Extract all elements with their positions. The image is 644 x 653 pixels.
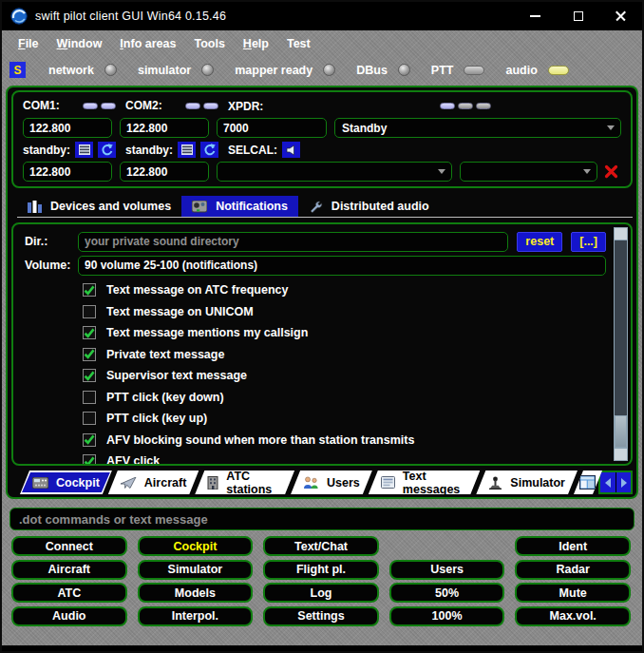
menu-item-help[interactable]: Help (243, 37, 269, 50)
hotkey-button-atc[interactable]: ATC (11, 583, 127, 603)
checkbox-unchecked[interactable] (83, 391, 96, 404)
volume-input[interactable] (78, 256, 606, 276)
tab-scroll-right-button[interactable] (616, 472, 631, 492)
command-input[interactable] (9, 508, 635, 530)
info-tab-users[interactable]: Users (291, 471, 372, 494)
info-tab-text-messages[interactable]: Text messages (369, 471, 481, 494)
hotkey-button-audio[interactable]: Audio (11, 606, 127, 626)
scrollbar-track[interactable] (615, 240, 627, 448)
checkbox-unchecked[interactable] (83, 412, 96, 425)
hotkey-button-text-chat[interactable]: Text/Chat (263, 536, 379, 556)
com2-standby-frequency-input[interactable] (120, 162, 209, 182)
checkbox-checked[interactable] (83, 326, 96, 339)
com1-standby-frequency-input[interactable] (23, 162, 112, 182)
hotkey-button-connect[interactable]: Connect (11, 536, 127, 556)
hotkey-button-max-vol[interactable]: Max.vol. (515, 606, 631, 626)
hotkey-button-mute[interactable]: Mute (515, 583, 631, 603)
equalizer-icon (28, 201, 42, 213)
status-indicator-audio: audio (505, 64, 568, 77)
xpdr-code-input[interactable] (217, 118, 327, 138)
check-icon (84, 371, 95, 381)
checkbox-unchecked[interactable] (83, 305, 96, 318)
xpdr-mode-dropdown[interactable]: Standby (334, 118, 621, 138)
wrench-icon (309, 201, 323, 213)
sound-directory-input[interactable] (78, 232, 508, 252)
selcal-play-button[interactable] (282, 142, 300, 158)
tab-scroll-left-button[interactable] (600, 472, 616, 492)
tab-label: ATC stations (226, 470, 282, 496)
com1-active-frequency-input[interactable] (23, 118, 112, 138)
refresh-icon (203, 144, 216, 156)
menu-item-test[interactable]: Test (287, 37, 311, 50)
com-standby-row (23, 162, 621, 182)
hotkey-button-flight-pl[interactable]: Flight pl. (263, 560, 379, 580)
checkbox-label: Supervisor text message (106, 369, 247, 382)
hotkey-button-cockpit[interactable]: Cockpit (138, 536, 254, 556)
browse-button[interactable]: [...] (571, 232, 606, 252)
com2-frequency-list-button[interactable] (178, 142, 196, 158)
menu-item-tools[interactable]: Tools (194, 37, 224, 50)
menu-item-window[interactable]: Window (57, 37, 103, 50)
hotkey-button-radar[interactable]: Radar (515, 560, 631, 580)
document-icon (381, 476, 395, 489)
close-button[interactable] (599, 2, 642, 30)
hotkey-button-interpol[interactable]: Interpol. (138, 606, 254, 626)
com1-frequency-list-button[interactable] (75, 142, 93, 158)
com2-active-frequency-input[interactable] (120, 118, 209, 138)
info-tab-atc-stations[interactable]: ATC stations (195, 471, 294, 494)
info-tab-cockpit[interactable]: Cockpit (20, 471, 112, 494)
transmit-led-icon-2 (458, 103, 473, 109)
reset-button[interactable]: reset (517, 232, 562, 252)
hotkey-button-aircraft[interactable]: Aircraft (11, 560, 127, 580)
hotkey-button-log[interactable]: Log (263, 583, 379, 603)
refresh-icon (101, 144, 113, 156)
notification-option-ptt-click-key-down: PTT click (key down) (83, 387, 606, 409)
checkbox-checked[interactable] (83, 283, 96, 297)
app-logo-icon (10, 8, 28, 25)
tab-notifications[interactable]: Notifications (181, 196, 298, 217)
com1-label: COM1: (23, 99, 60, 112)
voice-room1-dropdown[interactable] (217, 162, 452, 182)
com1-standby-label: standby: (23, 144, 70, 157)
scrollbar-thumb[interactable] (615, 415, 627, 448)
vertical-scrollbar[interactable] (614, 227, 628, 461)
checkbox-checked[interactable] (83, 454, 96, 466)
scroll-down-button[interactable] (615, 448, 627, 460)
maximize-icon (574, 11, 583, 21)
maximize-button[interactable] (557, 2, 599, 30)
radio-panel-icon (32, 477, 48, 489)
info-tab-simulator[interactable]: Simulator (476, 471, 578, 494)
check-icon (84, 456, 95, 466)
selcal-label: SELCAL: (228, 144, 277, 157)
tab-label: Text messages (403, 470, 468, 496)
scroll-up-button[interactable] (615, 228, 627, 240)
checkbox-label: PTT click (key down) (106, 391, 224, 404)
tab-distributed-audio[interactable]: Distributed audio (298, 196, 440, 217)
hotkey-button-100[interactable]: 100% (389, 606, 505, 626)
checkbox-checked[interactable] (83, 369, 96, 382)
hotkey-button-50[interactable]: 50% (389, 583, 505, 603)
minimize-button[interactable] (514, 2, 557, 30)
hotkey-button-users[interactable]: Users (389, 560, 505, 580)
voice-room2-dropdown[interactable] (460, 162, 597, 182)
checkbox-checked[interactable] (83, 348, 96, 361)
com2-led-icon-2 (203, 103, 218, 109)
com2-swap-button[interactable] (200, 142, 218, 158)
menu-item-info-areas[interactable]: Info areas (120, 37, 176, 50)
com1-swap-button[interactable] (98, 142, 116, 158)
hotkey-button-ident[interactable]: Ident (515, 536, 631, 556)
hotkey-button-models[interactable]: Models (138, 583, 254, 603)
com1-led-icon-1 (83, 103, 98, 109)
hotkey-button-simulator[interactable]: Simulator (138, 560, 254, 580)
speaker-icon (286, 144, 297, 156)
menu-item-file[interactable]: File (18, 37, 39, 50)
status-indicator-simulator: simulator (138, 64, 214, 77)
info-tab-aircraft[interactable]: Aircraft (108, 471, 199, 494)
com1-leds (80, 103, 116, 109)
dbus-led-icon (398, 64, 410, 76)
hotkey-button-settings[interactable]: Settings (263, 606, 379, 626)
checkbox-checked[interactable] (83, 433, 96, 447)
clear-rooms-button[interactable] (604, 164, 621, 179)
checkbox-label: Private text message (106, 348, 224, 361)
tab-devices-and-volumes[interactable]: Devices and volumes (17, 196, 181, 217)
